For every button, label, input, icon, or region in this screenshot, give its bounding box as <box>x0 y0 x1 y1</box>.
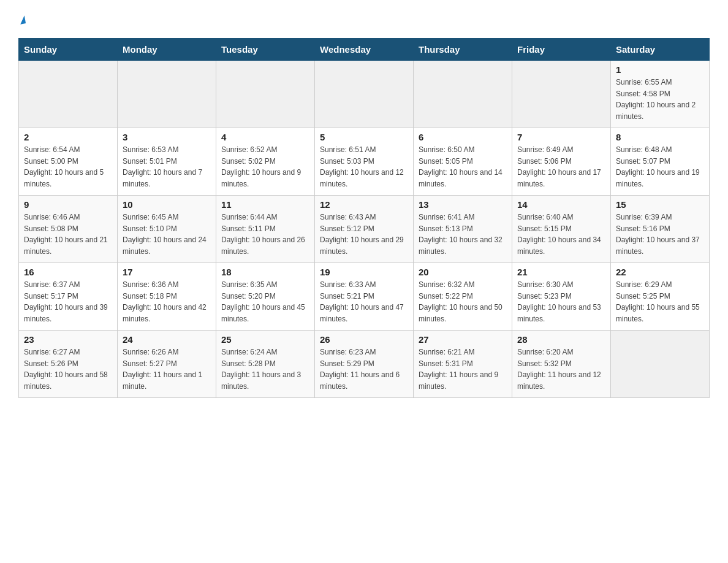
calendar-cell: 8Sunrise: 6:48 AM Sunset: 5:07 PM Daylig… <box>611 128 710 196</box>
calendar-cell: 24Sunrise: 6:26 AM Sunset: 5:27 PM Dayli… <box>118 331 216 398</box>
day-of-week-header: Wednesday <box>315 39 414 61</box>
calendar-cell: 28Sunrise: 6:20 AM Sunset: 5:32 PM Dayli… <box>512 331 611 398</box>
calendar-cell: 5Sunrise: 6:51 AM Sunset: 5:03 PM Daylig… <box>315 128 414 196</box>
calendar-week-row: 23Sunrise: 6:27 AM Sunset: 5:26 PM Dayli… <box>19 331 710 398</box>
day-number: 9 <box>24 199 112 210</box>
day-number: 16 <box>24 267 112 277</box>
calendar-header: SundayMondayTuesdayWednesdayThursdayFrid… <box>19 39 710 61</box>
day-number: 4 <box>221 132 309 142</box>
day-info: Sunrise: 6:44 AM Sunset: 5:11 PM Dayligh… <box>221 212 309 257</box>
day-info: Sunrise: 6:40 AM Sunset: 5:15 PM Dayligh… <box>517 212 605 257</box>
day-number: 11 <box>221 199 309 210</box>
day-info: Sunrise: 6:50 AM Sunset: 5:05 PM Dayligh… <box>419 144 507 190</box>
day-number: 27 <box>419 334 507 345</box>
calendar-cell: 7Sunrise: 6:49 AM Sunset: 5:06 PM Daylig… <box>512 128 611 196</box>
day-number: 20 <box>419 267 507 277</box>
calendar-week-row: 16Sunrise: 6:37 AM Sunset: 5:17 PM Dayli… <box>19 263 710 331</box>
day-number: 12 <box>320 199 408 210</box>
calendar-cell: 12Sunrise: 6:43 AM Sunset: 5:12 PM Dayli… <box>315 196 414 263</box>
calendar-cell <box>611 331 710 398</box>
day-info: Sunrise: 6:23 AM Sunset: 5:29 PM Dayligh… <box>320 347 408 392</box>
calendar-week-row: 1Sunrise: 6:55 AM Sunset: 4:58 PM Daylig… <box>19 61 710 128</box>
calendar-cell: 11Sunrise: 6:44 AM Sunset: 5:11 PM Dayli… <box>216 196 315 263</box>
day-info: Sunrise: 6:55 AM Sunset: 4:58 PM Dayligh… <box>616 77 704 122</box>
calendar-cell: 22Sunrise: 6:29 AM Sunset: 5:25 PM Dayli… <box>611 263 710 331</box>
calendar-cell: 10Sunrise: 6:45 AM Sunset: 5:10 PM Dayli… <box>118 196 216 263</box>
day-info: Sunrise: 6:39 AM Sunset: 5:16 PM Dayligh… <box>616 212 704 257</box>
day-of-week-header: Monday <box>118 39 216 61</box>
calendar-cell <box>512 61 611 128</box>
day-info: Sunrise: 6:21 AM Sunset: 5:31 PM Dayligh… <box>419 347 507 392</box>
day-info: Sunrise: 6:52 AM Sunset: 5:02 PM Dayligh… <box>221 144 309 190</box>
calendar-table: SundayMondayTuesdayWednesdayThursdayFrid… <box>18 38 710 398</box>
day-of-week-header: Tuesday <box>216 39 315 61</box>
calendar-cell <box>414 61 512 128</box>
day-number: 18 <box>221 267 309 277</box>
day-number: 28 <box>517 334 605 345</box>
calendar-cell: 2Sunrise: 6:54 AM Sunset: 5:00 PM Daylig… <box>19 128 118 196</box>
day-number: 6 <box>419 132 507 142</box>
day-info: Sunrise: 6:29 AM Sunset: 5:25 PM Dayligh… <box>616 279 704 324</box>
day-info: Sunrise: 6:54 AM Sunset: 5:00 PM Dayligh… <box>24 144 112 190</box>
day-info: Sunrise: 6:41 AM Sunset: 5:13 PM Dayligh… <box>419 212 507 257</box>
day-info: Sunrise: 6:51 AM Sunset: 5:03 PM Dayligh… <box>320 144 408 190</box>
calendar-cell <box>216 61 315 128</box>
calendar-cell: 26Sunrise: 6:23 AM Sunset: 5:29 PM Dayli… <box>315 331 414 398</box>
calendar-cell: 25Sunrise: 6:24 AM Sunset: 5:28 PM Dayli… <box>216 331 315 398</box>
day-info: Sunrise: 6:37 AM Sunset: 5:17 PM Dayligh… <box>24 279 112 324</box>
day-info: Sunrise: 6:53 AM Sunset: 5:01 PM Dayligh… <box>123 144 211 190</box>
day-number: 24 <box>123 334 211 345</box>
day-info: Sunrise: 6:49 AM Sunset: 5:06 PM Dayligh… <box>517 144 605 190</box>
day-number: 15 <box>616 199 704 210</box>
calendar-cell <box>118 61 216 128</box>
day-info: Sunrise: 6:33 AM Sunset: 5:21 PM Dayligh… <box>320 279 408 324</box>
day-of-week-header: Friday <box>512 39 611 61</box>
day-number: 5 <box>320 132 408 142</box>
day-number: 17 <box>123 267 211 277</box>
day-number: 19 <box>320 267 408 277</box>
calendar-cell <box>315 61 414 128</box>
calendar-cell: 6Sunrise: 6:50 AM Sunset: 5:05 PM Daylig… <box>414 128 512 196</box>
calendar-cell: 9Sunrise: 6:46 AM Sunset: 5:08 PM Daylig… <box>19 196 118 263</box>
day-info: Sunrise: 6:45 AM Sunset: 5:10 PM Dayligh… <box>123 212 211 257</box>
logo <box>18 12 25 27</box>
day-number: 14 <box>517 199 605 210</box>
day-number: 10 <box>123 199 211 210</box>
day-info: Sunrise: 6:20 AM Sunset: 5:32 PM Dayligh… <box>517 347 605 392</box>
day-number: 2 <box>24 132 112 142</box>
calendar-week-row: 9Sunrise: 6:46 AM Sunset: 5:08 PM Daylig… <box>19 196 710 263</box>
day-info: Sunrise: 6:30 AM Sunset: 5:23 PM Dayligh… <box>517 279 605 324</box>
day-info: Sunrise: 6:48 AM Sunset: 5:07 PM Dayligh… <box>616 144 704 190</box>
day-number: 25 <box>221 334 309 345</box>
day-info: Sunrise: 6:24 AM Sunset: 5:28 PM Dayligh… <box>221 347 309 392</box>
day-number: 23 <box>24 334 112 345</box>
header-row: SundayMondayTuesdayWednesdayThursdayFrid… <box>19 39 710 61</box>
calendar-cell: 3Sunrise: 6:53 AM Sunset: 5:01 PM Daylig… <box>118 128 216 196</box>
calendar-cell: 18Sunrise: 6:35 AM Sunset: 5:20 PM Dayli… <box>216 263 315 331</box>
day-of-week-header: Saturday <box>611 39 710 61</box>
calendar-cell <box>19 61 118 128</box>
day-number: 1 <box>616 64 704 75</box>
calendar-cell: 15Sunrise: 6:39 AM Sunset: 5:16 PM Dayli… <box>611 196 710 263</box>
calendar-cell: 1Sunrise: 6:55 AM Sunset: 4:58 PM Daylig… <box>611 61 710 128</box>
calendar-week-row: 2Sunrise: 6:54 AM Sunset: 5:00 PM Daylig… <box>19 128 710 196</box>
calendar-cell: 27Sunrise: 6:21 AM Sunset: 5:31 PM Dayli… <box>414 331 512 398</box>
day-of-week-header: Sunday <box>19 39 118 61</box>
day-number: 3 <box>123 132 211 142</box>
day-info: Sunrise: 6:43 AM Sunset: 5:12 PM Dayligh… <box>320 212 408 257</box>
day-info: Sunrise: 6:46 AM Sunset: 5:08 PM Dayligh… <box>24 212 112 257</box>
calendar-cell: 19Sunrise: 6:33 AM Sunset: 5:21 PM Dayli… <box>315 263 414 331</box>
day-info: Sunrise: 6:36 AM Sunset: 5:18 PM Dayligh… <box>123 279 211 324</box>
day-number: 22 <box>616 267 704 277</box>
day-number: 13 <box>419 199 507 210</box>
calendar-cell: 23Sunrise: 6:27 AM Sunset: 5:26 PM Dayli… <box>19 331 118 398</box>
calendar-cell: 4Sunrise: 6:52 AM Sunset: 5:02 PM Daylig… <box>216 128 315 196</box>
day-info: Sunrise: 6:35 AM Sunset: 5:20 PM Dayligh… <box>221 279 309 324</box>
day-info: Sunrise: 6:32 AM Sunset: 5:22 PM Dayligh… <box>419 279 507 324</box>
day-number: 7 <box>517 132 605 142</box>
day-number: 21 <box>517 267 605 277</box>
day-info: Sunrise: 6:26 AM Sunset: 5:27 PM Dayligh… <box>123 347 211 392</box>
day-of-week-header: Thursday <box>414 39 512 61</box>
calendar-cell: 13Sunrise: 6:41 AM Sunset: 5:13 PM Dayli… <box>414 196 512 263</box>
page-header <box>18 12 710 27</box>
